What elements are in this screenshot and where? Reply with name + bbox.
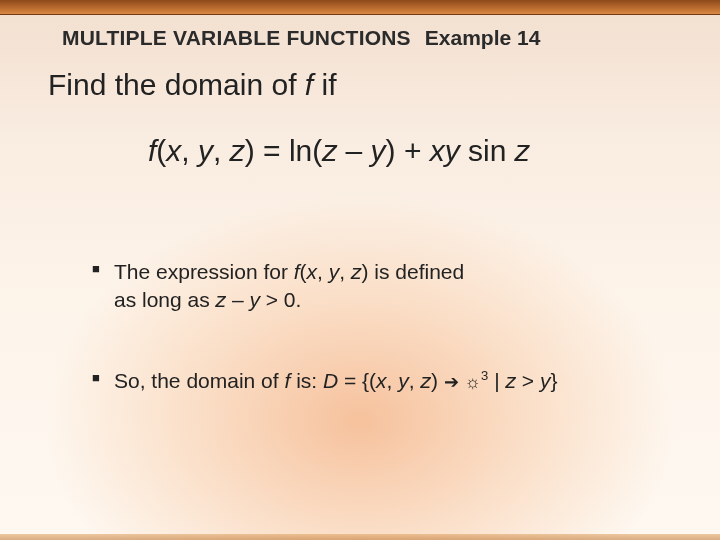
lead-f: f [305,68,313,101]
b2-close: ) [431,369,444,392]
equation: f(x, y, z) = ln(z – y) + xy sin z [148,134,530,168]
b1-t1: The expression for [114,260,294,283]
eq-z2: z [322,134,337,167]
arrow-right-icon: ➔ [444,373,459,391]
eq-y2: y [371,134,386,167]
b2-eq: = {( [338,369,376,392]
lead-text: Find the domain of f if [48,68,337,102]
b1-asle: as long as [114,288,216,311]
example-label: Example 14 [425,26,541,50]
eq-sin: sin [460,134,515,167]
b1-x: x [307,260,318,283]
b1-t2: is defined [368,260,464,283]
b2-exp: 3 [481,368,488,383]
eq-z3: z [515,134,530,167]
b2-c2: , [409,369,421,392]
b1-z: z [351,260,362,283]
eq-y: y [198,134,213,167]
b1-c1: , [317,260,329,283]
eq-closep: ) + [386,134,430,167]
lead-suffix: if [313,68,336,101]
b2-c1: , [387,369,399,392]
b2-t1: So, the domain of [114,369,284,392]
slide: MULTIPLE VARIABLE FUNCTIONS Example 14 F… [0,0,720,540]
b2-y: y [398,369,409,392]
b2-y2: y [540,369,551,392]
b2-z: z [420,369,431,392]
eq-close-args: ) [245,134,255,167]
eq-z: z [230,134,245,167]
b2-z2: z [505,369,516,392]
bullet-1: The expression for f(x, y, z) is defined… [92,258,670,315]
b2-D: D [323,369,338,392]
b1-y: y [329,260,340,283]
sun-icon: ☼ [465,373,482,391]
header-row: MULTIPLE VARIABLE FUNCTIONS Example 14 [62,26,680,50]
eq-c2: , [213,134,230,167]
b2-t2: is: [290,369,323,392]
b1-z2: z [216,288,227,311]
eq-xy: xy [430,134,460,167]
b2-bar: | [488,369,505,392]
eq-minus: – [337,134,370,167]
b1-minus: – [226,288,249,311]
b1-c2: , [339,260,351,283]
top-accent-bar [0,0,720,15]
b2-brace: } [550,369,557,392]
eq-open: ( [156,134,166,167]
section-title: MULTIPLE VARIABLE FUNCTIONS [62,26,411,50]
b2-x: x [376,369,387,392]
b1-open: ( [300,260,307,283]
b2-gt: > [516,369,540,392]
b1-gt: > 0. [260,288,301,311]
eq-eqln: = ln( [255,134,323,167]
bullet-list: The expression for f(x, y, z) is defined… [92,258,670,447]
b1-y2: y [249,288,260,311]
bullet-2: So, the domain of f is: D = {(x, y, z) ➔… [92,367,670,395]
eq-x: x [166,134,181,167]
bottom-accent-bar [0,534,720,540]
eq-c1: , [181,134,198,167]
lead-prefix: Find the domain of [48,68,305,101]
